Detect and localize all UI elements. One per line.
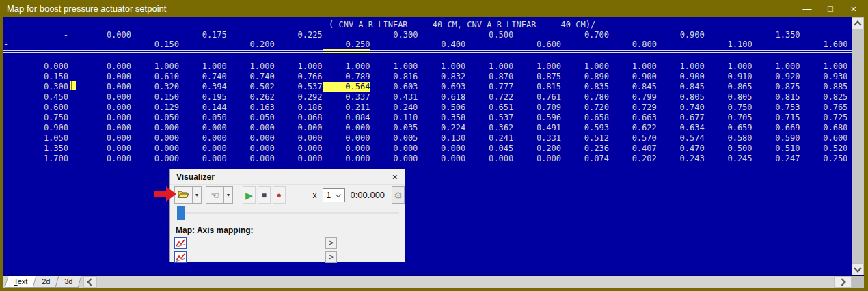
map-cell[interactable]: 0.825 [800,92,847,102]
map-cell[interactable]: 0.729 [609,102,657,113]
map-cell[interactable]: 0.753 [752,102,800,113]
map-cell[interactable]: 0.740 [179,72,227,82]
scroll-down-button[interactable] [852,263,864,275]
map-cell[interactable]: 0.202 [609,154,657,164]
column-header[interactable]: 0.000 [83,30,131,40]
map-cell[interactable]: 0.603 [370,82,418,92]
map-cell[interactable]: 0.816 [370,72,418,82]
map-cell[interactable]: 0.224 [418,123,465,133]
map-cell[interactable]: 1.000 [179,61,227,72]
map-cell[interactable]: 0.000 [179,154,227,164]
map-cell[interactable]: 0.470 [657,143,705,154]
map-cell[interactable]: 0.000 [323,123,370,133]
map-cell[interactable]: 0.050 [227,113,275,123]
column-header[interactable]: 0.175 [179,30,227,40]
map-cell[interactable]: 0.720 [561,102,609,113]
row-header[interactable]: 0.300 [3,82,68,92]
map-cell[interactable]: 0.510 [752,143,800,154]
selected-map-cell[interactable]: 0.564 [323,82,370,92]
map-cell[interactable]: 1.000 [418,61,465,72]
map-cell[interactable]: 0.766 [275,72,323,82]
map-cell[interactable]: 0.590 [752,133,800,143]
map-cell[interactable]: 0.130 [418,133,465,143]
map-cell[interactable]: 0.243 [657,154,705,164]
map-cell[interactable]: 0.580 [705,133,752,143]
map-cell[interactable]: 0.740 [227,72,275,82]
speed-select[interactable]: 1 [323,188,345,202]
map-cell[interactable]: 0.331 [513,133,561,143]
map-cell[interactable]: 0.163 [227,102,275,113]
maximize-button[interactable]: □ [819,0,842,17]
close-button[interactable]: × [842,0,865,17]
map-cell[interactable]: 0.832 [418,72,465,82]
stop-button[interactable]: ■ [258,186,271,204]
vertical-scrollbar[interactable] [852,17,864,275]
map-cell[interactable]: 0.930 [800,72,847,82]
map-cell[interactable]: 0.725 [800,113,847,123]
map-cell[interactable]: 1.000 [227,61,275,72]
x-axis-signal-button[interactable] [174,237,187,249]
map-cell[interactable]: 0.885 [800,82,847,92]
map-cell[interactable]: 0.610 [131,72,179,82]
map-cell[interactable]: 0.394 [179,82,227,92]
map-cell[interactable]: 0.035 [370,123,418,133]
map-cell[interactable]: 0.000 [227,143,275,154]
map-cell[interactable]: 0.292 [275,92,323,102]
map-cell[interactable]: 0.000 [275,123,323,133]
map-cell[interactable]: 0.250 [800,154,847,164]
slider-thumb[interactable] [177,206,185,220]
map-cell[interactable]: 0.596 [513,113,561,123]
map-cell[interactable]: 0.815 [752,92,800,102]
map-cell[interactable]: 0.186 [275,102,323,113]
map-cell[interactable]: 0.663 [609,113,657,123]
map-cell[interactable]: 0.870 [465,72,513,82]
map-cell[interactable]: 0.537 [275,82,323,92]
map-cell[interactable]: 0.320 [131,82,179,92]
map-cell[interactable]: 0.240 [370,102,418,113]
map-cell[interactable]: 0.144 [179,102,227,113]
column-header[interactable]: 0.900 [657,30,705,40]
scroll-right-button[interactable] [834,276,852,288]
map-cell[interactable]: 0.000 [370,154,418,164]
assign-signal-button[interactable]: ☜ [206,186,224,204]
map-cell[interactable]: 0.537 [465,113,513,123]
row-header[interactable]: 1.700 [3,154,68,164]
y-axis-expand-button[interactable]: > [325,251,337,263]
assign-signal-dropdown-button[interactable]: ▾ [224,186,233,204]
map-cell[interactable]: 0.000 [418,154,465,164]
tab-3d[interactable]: 3d [55,276,82,288]
map-cell[interactable]: 0.000 [418,143,465,154]
map-cell[interactable]: 0.520 [800,143,847,154]
x-axis-expand-button[interactable]: > [325,237,337,249]
column-header[interactable]: 0.200 [227,40,275,49]
map-cell[interactable]: 0.129 [131,102,179,113]
map-cell[interactable]: 0.900 [609,72,657,82]
map-cell[interactable]: 0.000 [275,143,323,154]
map-cell[interactable]: 0.910 [705,72,752,82]
map-cell[interactable]: 0.799 [609,92,657,102]
map-cell[interactable]: 0.677 [657,113,705,123]
map-cell[interactable]: 0.110 [370,113,418,123]
map-cell[interactable]: 0.491 [513,123,561,133]
tab-scroll-left-button[interactable] [83,276,97,288]
map-cell[interactable]: 0.211 [323,102,370,113]
column-header[interactable]: 0.700 [561,30,609,40]
map-cell[interactable]: 0.200 [513,143,561,154]
map-cell[interactable]: 1.000 [561,61,609,72]
map-cell[interactable]: 0.600 [800,133,847,143]
row-header[interactable]: 0.000 [3,61,68,72]
map-cell[interactable]: 0.680 [800,123,847,133]
tab-text[interactable]: Text [5,276,37,288]
map-cell[interactable]: 0.622 [609,123,657,133]
column-header[interactable]: 0.150 [131,40,179,49]
row-header[interactable]: 0.450 [3,92,68,102]
y-axis-signal-button[interactable] [174,251,187,263]
map-cell[interactable]: 0.000 [179,143,227,154]
map-cell[interactable]: 0.890 [561,72,609,82]
map-cell[interactable]: 1.000 [752,61,800,72]
map-cell[interactable]: 0.000 [227,154,275,164]
map-cell[interactable]: 1.000 [513,61,561,72]
open-file-dropdown-button[interactable]: ▾ [193,186,202,204]
map-cell[interactable]: 0.875 [513,72,561,82]
record-button[interactable]: ● [273,186,286,204]
